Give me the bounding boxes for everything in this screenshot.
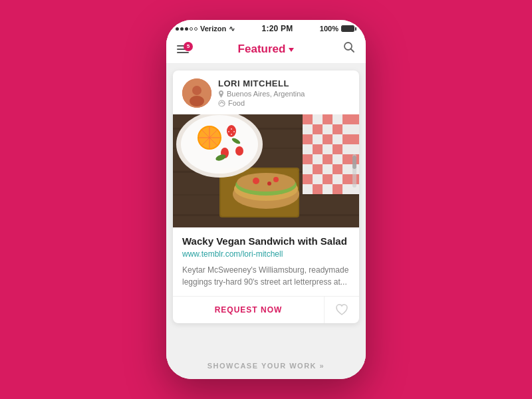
- svg-point-18: [237, 173, 295, 192]
- svg-point-19: [253, 178, 259, 184]
- svg-point-4: [190, 96, 204, 106]
- post-link[interactable]: www.temblr.com/lori-mitchell: [182, 249, 350, 259]
- svg-rect-39: [323, 174, 332, 184]
- wifi-icon: ∿: [229, 25, 235, 33]
- svg-rect-30: [342, 134, 359, 144]
- signal-dots: [176, 27, 198, 31]
- user-name: LORI MITCHELL: [218, 78, 305, 88]
- user-location: Buenos Aires, Argentina: [218, 90, 305, 98]
- svg-rect-41: [313, 184, 323, 194]
- svg-rect-23: [303, 114, 313, 124]
- card-user-info: LORI MITCHELL Buenos Aires, Argentina: [218, 78, 305, 107]
- hline-3: [177, 52, 189, 53]
- svg-rect-35: [342, 154, 359, 164]
- battery-label: 100%: [320, 25, 338, 33]
- svg-rect-28: [303, 134, 313, 144]
- dot-2: [180, 27, 184, 31]
- nav-title-label: Featured: [238, 43, 286, 56]
- post-title: Wacky Vegan Sandwich with Salad: [182, 235, 350, 247]
- phone-frame: Verizon ∿ 1:20 PM 100% 5 Featured: [166, 20, 366, 379]
- food-image: [173, 114, 359, 227]
- category-text: Food: [228, 99, 245, 107]
- food-photo: [173, 114, 359, 227]
- location-icon: [218, 90, 224, 98]
- dot-4: [190, 27, 193, 31]
- svg-rect-32: [332, 144, 342, 154]
- search-icon: [343, 41, 355, 53]
- svg-rect-27: [332, 124, 342, 134]
- svg-point-21: [267, 182, 271, 186]
- chevron-down-icon: [289, 48, 294, 52]
- card-header: LORI MITCHELL Buenos Aires, Argentina: [173, 70, 359, 114]
- category-icon: [218, 100, 225, 107]
- heart-icon: [335, 304, 348, 316]
- search-button[interactable]: [343, 41, 355, 57]
- svg-rect-36: [313, 164, 323, 174]
- time-display: 1:20 PM: [262, 24, 293, 33]
- svg-rect-24: [323, 114, 332, 124]
- svg-rect-38: [303, 174, 313, 184]
- svg-point-20: [273, 177, 279, 182]
- svg-rect-26: [313, 124, 323, 134]
- location-text: Buenos Aires, Argentina: [227, 90, 305, 98]
- menu-button[interactable]: 5: [177, 45, 189, 53]
- like-button[interactable]: [325, 297, 359, 323]
- card-actions: REQUEST NOW: [173, 296, 359, 323]
- svg-point-56: [233, 131, 235, 132]
- status-bar: Verizon ∿ 1:20 PM 100%: [166, 20, 366, 36]
- svg-rect-37: [332, 164, 342, 174]
- svg-rect-33: [303, 154, 313, 164]
- svg-point-53: [235, 146, 243, 156]
- request-now-button[interactable]: REQUEST NOW: [173, 297, 325, 323]
- nav-title[interactable]: Featured: [238, 43, 295, 56]
- svg-rect-40: [342, 174, 359, 184]
- svg-point-55: [228, 131, 229, 132]
- svg-point-54: [231, 128, 232, 130]
- avatar-image: [182, 78, 211, 108]
- avatar: [182, 78, 211, 108]
- svg-rect-25: [342, 114, 359, 124]
- featured-card: LORI MITCHELL Buenos Aires, Argentina: [173, 70, 359, 323]
- status-right: 100%: [320, 25, 356, 33]
- dot-1: [176, 27, 179, 31]
- svg-point-3: [192, 86, 201, 95]
- nav-bar: 5 Featured: [166, 36, 366, 64]
- status-left: Verizon ∿: [176, 25, 235, 33]
- svg-rect-31: [313, 144, 323, 154]
- svg-point-51: [227, 125, 236, 137]
- svg-rect-61: [352, 156, 356, 169]
- svg-point-44: [181, 115, 258, 174]
- user-category: Food: [218, 99, 305, 107]
- svg-rect-42: [332, 184, 342, 194]
- dot-3: [185, 27, 188, 31]
- notification-badge: 5: [184, 42, 193, 51]
- card-body: Wacky Vegan Sandwich with Salad www.temb…: [173, 227, 359, 288]
- svg-point-5: [220, 92, 222, 94]
- svg-line-1: [350, 49, 354, 53]
- battery-icon: [341, 25, 356, 32]
- svg-rect-29: [323, 134, 332, 144]
- carrier-label: Verizon: [200, 25, 226, 33]
- post-excerpt: Keytar McSweeney's Williamsburg, readyma…: [182, 264, 350, 288]
- showcase-footer[interactable]: SHOWCASE YOUR WORK »: [166, 352, 366, 379]
- svg-point-57: [231, 134, 232, 135]
- content-area: LORI MITCHELL Buenos Aires, Argentina: [166, 64, 366, 352]
- svg-rect-34: [323, 154, 332, 164]
- dot-5: [194, 27, 198, 31]
